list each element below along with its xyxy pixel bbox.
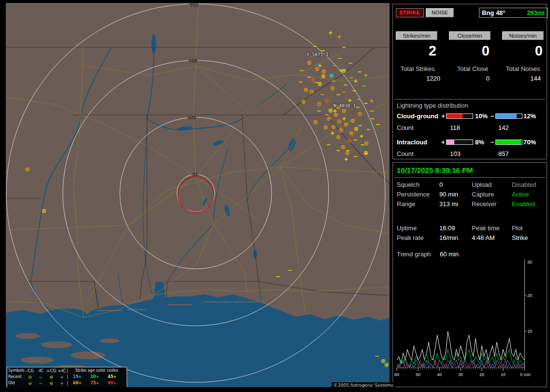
trend-series-Strikes/min (397, 331, 524, 364)
ic-plus-percent: 8% (475, 139, 484, 146)
cloud-ground-label: Cloud-ground (397, 112, 438, 120)
cg-minus-count: 142 (498, 124, 509, 131)
strike-symbol (310, 90, 314, 94)
divider (394, 99, 545, 99)
strike-symbol (360, 134, 363, 138)
storm-cell-id-label: N-4010-1 (333, 103, 356, 108)
trend-window-value: 60 min (440, 251, 459, 258)
cg-plus-count: 118 (450, 124, 460, 131)
strike-symbol (329, 31, 332, 34)
cloud-ground-row: Cloud-ground + 10% − 12% (393, 112, 547, 120)
legend-old-row: Old ⊖ − ⊕ + 60+ 75+ 90+ (7, 380, 127, 386)
legend-recent-row: Recent ⊖ − ⊕ + 15+ 30+ 45+ (7, 374, 127, 380)
cg-plus-percent: 10% (475, 112, 488, 120)
svg-text:50: 50 (416, 372, 420, 377)
legend-recent-label: Recent (8, 375, 25, 379)
app-root: { "panel": { "strike_btn": "STRIKE", "no… (0, 0, 550, 392)
circle-plus-icon: ⊕ (46, 375, 57, 379)
cg-plus-bar (446, 113, 473, 119)
strike-symbol (338, 120, 341, 124)
copyright-text: ©2005 Astrogenic Systems (332, 382, 395, 388)
strike-panel: STRIKE NOISE Bng 48° 293mi Strikes/min C… (392, 4, 547, 159)
peak-rate-value: 16/min (439, 234, 458, 241)
age-badge: 90+ (103, 381, 121, 385)
lightning-map[interactable]: 31321912531Y-5075-IN-4010-1 Symbols -CG … (6, 3, 390, 387)
map-svg: 31321912531Y-5075-IN-4010-1 (6, 3, 390, 387)
map-legend: Symbols -CG -IC +CG +IC Strike age color… (7, 367, 127, 387)
map-labels-layer: 31321912531Y-5075-IN-4010-1 (187, 3, 356, 177)
capture-label: Capture (472, 191, 494, 198)
plot-mode-value: Strike (512, 234, 528, 241)
strike-symbol (318, 64, 321, 67)
legend-col-pos-ic: +IC (57, 368, 67, 373)
storm-cell-outlines (341, 70, 382, 150)
total-noises-value: 144 (502, 75, 541, 82)
strike-mode-button[interactable]: STRIKE (396, 8, 424, 17)
noises-per-min-value: 0 (502, 43, 543, 59)
ring-distance-label: 31 (192, 172, 198, 177)
strike-symbol (304, 88, 308, 92)
ic-plus-bar (446, 140, 473, 145)
noise-mode-button[interactable]: NOISE (426, 8, 454, 17)
svg-text:40: 40 (437, 372, 442, 377)
minus-sign: − (491, 112, 494, 120)
receiver-label: Receiver (472, 200, 496, 208)
plus-sign: + (441, 112, 445, 120)
strike-symbol (340, 129, 343, 132)
total-strikes-value: 1220 (396, 75, 440, 82)
strike-symbol (350, 132, 353, 135)
squelch-value: 0 (439, 181, 443, 188)
age-badge: 75+ (86, 381, 103, 385)
peak-time-value: 4:48 AM (472, 234, 495, 241)
cg-minus-bar (495, 113, 522, 119)
close-per-min-plate: Close/min (449, 31, 491, 40)
total-noises-label: Total Noises (499, 65, 547, 72)
storm-cell-id-label: Y-5075-I (306, 52, 329, 57)
strike-symbol (330, 74, 333, 78)
count-label: Count (397, 124, 414, 131)
total-strikes-label: Total Strikes (393, 65, 442, 72)
strike-symbol (324, 126, 328, 129)
persistence-value: 90 min (439, 191, 458, 198)
circle-minus-icon: ⊖ (25, 375, 35, 379)
legend-col-neg-ic: -IC (35, 368, 46, 373)
strike-symbol (344, 157, 347, 161)
status-row: Squelch 0 Upload Disabled (393, 181, 547, 191)
ic-minus-count: 857 (498, 150, 509, 157)
squelch-label: Squelch (397, 181, 420, 188)
ic-minus-bar-fill (496, 140, 521, 144)
plot-label: Plot (512, 224, 522, 232)
strike-symbol (365, 142, 368, 145)
ring-distance-label: 125 (188, 115, 196, 120)
status-grid: Squelch 0 Upload Disabled Persistence 90… (393, 181, 547, 210)
strike-symbol (333, 109, 336, 112)
bearing-display: Bng 48° 293mi (479, 8, 548, 18)
strike-symbol (337, 136, 340, 139)
strikes-per-min-value: 2 (396, 43, 436, 59)
cg-minus-bar-fill (496, 114, 517, 118)
strike-symbol (325, 99, 329, 103)
range-ring (63, 60, 329, 326)
peak-time-label: Peak time (472, 224, 500, 232)
stats-row: Peak rate 16/min 4:48 AM Strike (393, 234, 547, 244)
distribution-title: Lightning type distribution (397, 102, 468, 109)
range-label: Range (397, 200, 415, 208)
uptime-value: 16:09 (439, 224, 455, 232)
ic-plus-bar-fill (447, 140, 454, 144)
circle-minus-icon: ⊖ (25, 381, 35, 386)
svg-text:0 min: 0 min (520, 372, 531, 377)
svg-text:30: 30 (527, 260, 532, 265)
strike-symbol (331, 131, 334, 135)
ring-distance-label: 219 (189, 58, 197, 63)
cg-minus-percent: 12% (523, 112, 536, 120)
legend-col-pos-cg: +CG (46, 368, 57, 373)
bearing-label: Bng 48° (482, 9, 506, 16)
strike-symbol (359, 112, 362, 116)
upload-status: Disabled (512, 181, 536, 188)
strike-symbol (334, 113, 338, 117)
state-borders (6, 47, 390, 307)
minus-icon: − (35, 375, 46, 379)
status-panel: 10/17/2025 8:39:16 PM Squelch 0 Upload D… (392, 162, 547, 387)
peak-rate-label: Peak rate (397, 234, 424, 241)
receiver-status: Enabled (512, 200, 535, 208)
